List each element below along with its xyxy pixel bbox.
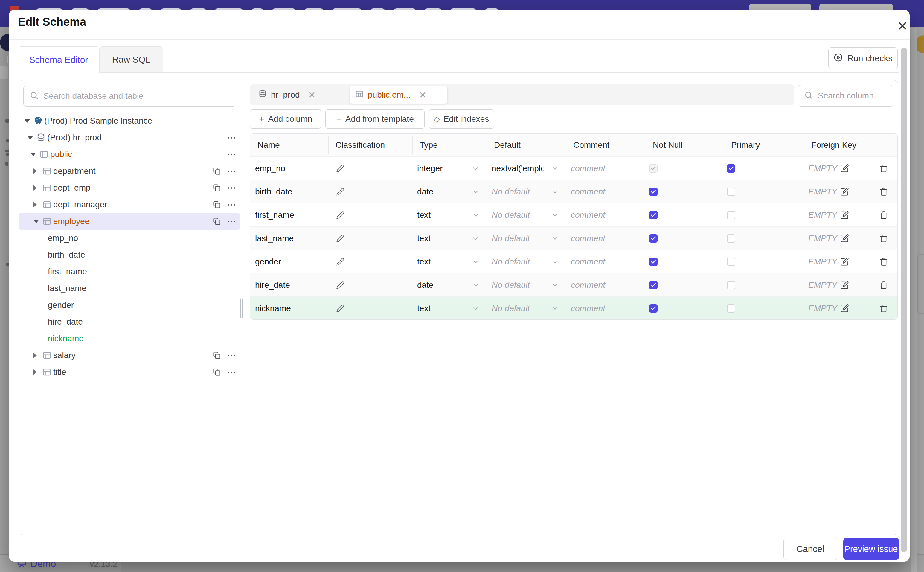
modal-scrollbar-thumb[interactable] [901, 48, 907, 552]
edit-square-icon[interactable] [840, 164, 849, 173]
not-null-checkbox[interactable] [649, 188, 657, 196]
cancel-button[interactable]: Cancel [783, 538, 837, 560]
caret-down-icon[interactable] [34, 220, 42, 223]
column-search-input[interactable] [817, 91, 887, 101]
not-null-checkbox[interactable] [649, 211, 657, 219]
trash-icon[interactable] [879, 304, 888, 312]
primary-checkbox[interactable] [727, 234, 735, 242]
caret-down-icon[interactable] [25, 120, 34, 123]
tree-item-title[interactable]: title [19, 364, 240, 381]
column-name-cell[interactable]: gender [250, 250, 328, 274]
pencil-icon[interactable] [336, 281, 344, 289]
copy-icon[interactable] [212, 368, 221, 376]
primary-checkbox[interactable] [727, 188, 735, 196]
chevron-down-icon[interactable] [551, 258, 559, 266]
comment-input[interactable]: comment [566, 180, 646, 204]
default-select[interactable]: nextval('employ [487, 157, 566, 180]
foreign-key-edit[interactable]: EMPTY [808, 304, 849, 313]
trash-icon[interactable] [879, 234, 888, 242]
comment-input[interactable]: comment [566, 297, 646, 320]
chevron-down-icon[interactable] [472, 235, 480, 242]
foreign-key-edit[interactable]: EMPTY [808, 164, 849, 173]
add-column-button[interactable]: + Add column [250, 109, 321, 129]
panel-resize-handle[interactable] [240, 299, 243, 318]
add-from-template-button[interactable]: + Add from template [326, 109, 425, 129]
tree-item-department[interactable]: department [19, 163, 240, 179]
caret-down-icon[interactable] [28, 136, 36, 140]
pencil-icon[interactable] [336, 188, 344, 196]
foreign-key-edit[interactable]: EMPTY [808, 187, 849, 197]
close-icon[interactable]: ✕ [894, 17, 911, 34]
chevron-down-icon[interactable] [472, 258, 480, 266]
tree-item--prod-hr_prod[interactable]: (Prod) hr_prod [19, 129, 240, 146]
tree-item-dept_manager[interactable]: dept_manager [19, 196, 240, 213]
caret-down-icon[interactable] [31, 153, 39, 156]
comment-input[interactable]: comment [566, 274, 646, 297]
column-name-cell[interactable]: nickname [250, 297, 328, 320]
type-select[interactable]: text [412, 297, 487, 320]
type-select[interactable]: date [412, 180, 487, 204]
run-checks-button[interactable]: Run checks [828, 47, 898, 69]
type-select[interactable]: text [412, 204, 487, 227]
chevron-down-icon[interactable] [551, 211, 559, 219]
more-options-icon[interactable] [228, 221, 235, 222]
comment-input[interactable]: comment [566, 227, 646, 250]
tree-item--prod-prod-sample-instance[interactable]: (Prod) Prod Sample Instance [19, 112, 240, 129]
column-name-cell[interactable]: birth_date [250, 180, 328, 204]
tree-item-dept_emp[interactable]: dept_emp [19, 179, 240, 196]
default-select[interactable]: No default [487, 297, 566, 320]
column-name-cell[interactable]: first_name [250, 204, 328, 227]
edit-indexes-button[interactable]: ◇ Edit indexes [429, 109, 494, 129]
primary-checkbox[interactable] [727, 281, 735, 289]
foreign-key-edit[interactable]: EMPTY [808, 234, 849, 243]
copy-icon[interactable] [212, 184, 221, 192]
more-options-icon[interactable] [228, 204, 235, 205]
foreign-key-edit[interactable]: EMPTY [808, 210, 849, 220]
more-options-icon[interactable] [228, 137, 235, 138]
chevron-down-icon[interactable] [551, 305, 559, 312]
default-select[interactable]: No default [487, 204, 566, 227]
foreign-key-edit[interactable]: EMPTY [808, 280, 849, 290]
tree-column-nickname[interactable]: nickname [19, 330, 240, 347]
chevron-down-icon[interactable] [472, 188, 480, 196]
tree-column-first_name[interactable]: first_name [19, 263, 240, 280]
primary-checkbox[interactable] [727, 304, 735, 312]
comment-input[interactable]: comment [566, 204, 646, 227]
trash-icon[interactable] [879, 211, 888, 219]
more-options-icon[interactable] [228, 371, 235, 373]
pencil-icon[interactable] [336, 211, 344, 219]
tree-column-last_name[interactable]: last_name [19, 280, 240, 297]
chevron-down-icon[interactable] [551, 235, 559, 242]
caret-right-icon[interactable] [34, 168, 42, 174]
column-name-cell[interactable]: emp_no [250, 157, 328, 180]
database-search[interactable] [23, 85, 236, 107]
page-scrollbar[interactable] [911, 28, 917, 572]
caret-right-icon[interactable] [34, 202, 42, 207]
tree-item-employee[interactable]: employee [19, 213, 240, 230]
tree-column-birth_date[interactable]: birth_date [19, 247, 240, 263]
preview-issue-button[interactable]: Preview issue [843, 538, 899, 560]
copy-icon[interactable] [212, 201, 221, 209]
pencil-icon[interactable] [336, 234, 344, 242]
not-null-checkbox[interactable] [649, 304, 657, 312]
type-select[interactable]: text [412, 250, 487, 274]
type-select[interactable]: integer [412, 157, 487, 180]
edit-square-icon[interactable] [840, 211, 849, 219]
caret-right-icon[interactable] [34, 370, 42, 375]
more-options-icon[interactable] [228, 187, 235, 189]
comment-input[interactable]: comment [566, 250, 646, 274]
caret-right-icon[interactable] [34, 353, 42, 358]
editor-tab-hr-prod[interactable]: hr_prod ✕ [253, 86, 347, 104]
copy-icon[interactable] [212, 217, 221, 225]
edit-square-icon[interactable] [840, 257, 849, 266]
not-null-checkbox[interactable] [649, 234, 657, 242]
tree-column-emp_no[interactable]: emp_no [19, 230, 240, 247]
edit-square-icon[interactable] [840, 234, 849, 243]
editor-tab-public-employee[interactable]: public.em... ✕ [350, 86, 447, 104]
edit-square-icon[interactable] [840, 281, 849, 289]
chevron-down-icon[interactable] [472, 211, 480, 219]
chevron-down-icon[interactable] [551, 188, 559, 196]
trash-icon[interactable] [879, 281, 888, 289]
foreign-key-edit[interactable]: EMPTY [808, 257, 849, 267]
not-null-checkbox[interactable] [649, 258, 657, 266]
